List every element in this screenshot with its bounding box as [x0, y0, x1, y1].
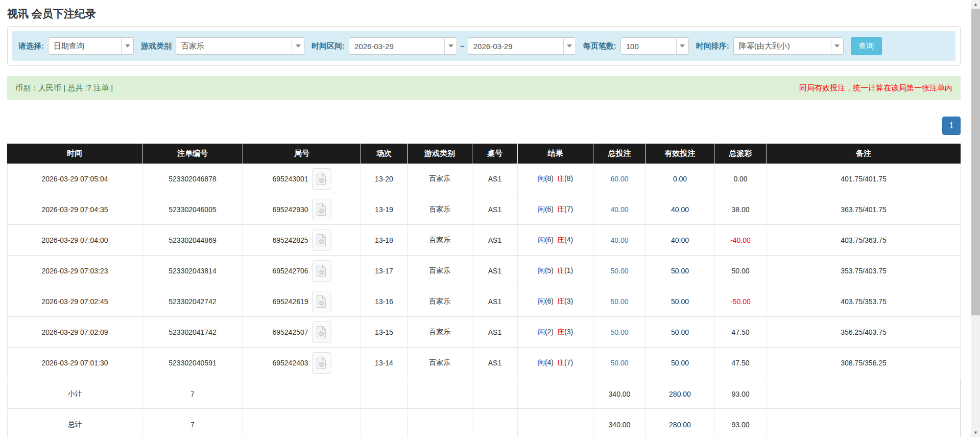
grand-total-payout: 93.00	[714, 409, 767, 437]
cell-result: 闲(4)庄(7)	[518, 348, 593, 378]
result-player-score: (5)	[545, 266, 554, 274]
video-replay-button[interactable]	[312, 229, 331, 251]
result-player: 闲	[538, 236, 545, 244]
subtotal-payout: 93.00	[714, 378, 767, 409]
cell-bet-id: 523302041742	[142, 317, 243, 348]
chevron-down-icon[interactable]	[121, 38, 133, 54]
result-banker-score: (4)	[564, 236, 573, 244]
select-type-combo[interactable]: 日期查询	[48, 37, 134, 55]
video-replay-button[interactable]	[312, 168, 331, 190]
total-bet-link[interactable]: 50.00	[610, 328, 628, 336]
vertical-scrollbar[interactable]: ▲ ▼	[971, 0, 980, 437]
cell-bet-id: 523302046005	[142, 194, 243, 225]
cell-total-bet: 50.00	[593, 348, 646, 378]
game-type-combo[interactable]: 百家乐	[176, 37, 304, 55]
page-size-value: 100	[621, 38, 676, 54]
total-bet-link[interactable]: 50.00	[610, 297, 628, 306]
sort-order-combo[interactable]: 降幂(由大到小)	[733, 37, 844, 55]
total-bet-link[interactable]: 60.00	[610, 175, 628, 183]
col-header-total-bet: 总投注	[593, 144, 646, 164]
round-id-text: 695243001	[272, 175, 308, 183]
result-player-score: (8)	[545, 174, 554, 182]
result-player: 闲	[538, 328, 545, 336]
filter-panel: 请选择: 日期查询 游戏类别 百家乐 时间区间: 2026-03-29 ~	[7, 26, 961, 66]
query-button[interactable]: 查询	[851, 37, 882, 55]
cell-payout: 0.00	[714, 164, 767, 194]
cell-bet-id: 523302046878	[142, 164, 243, 194]
subtotal-valid-bet: 280.00	[646, 378, 714, 409]
chevron-down-icon[interactable]	[292, 38, 304, 54]
cell-session: 13-16	[361, 286, 408, 317]
col-header-round-id: 局号	[243, 144, 361, 164]
page-size-label: 每页笔数:	[583, 41, 616, 51]
page-size-combo[interactable]: 100	[620, 37, 689, 55]
cell-valid-bet: 50.00	[646, 256, 714, 286]
cell-time: 2026-03-29 07:04:00	[7, 225, 142, 256]
validity-notice: 同局有效投注，统一计算在该局第一张注单内	[799, 83, 952, 93]
video-replay-button[interactable]	[312, 260, 331, 282]
chevron-down-icon[interactable]	[831, 38, 843, 54]
cell-result: 闲(6)庄(3)	[518, 286, 593, 317]
round-id-text: 695242619	[272, 297, 308, 306]
cell-remark: 403.75/363.75	[767, 225, 961, 256]
cell-session: 13-19	[361, 194, 408, 225]
video-file-icon	[316, 234, 327, 247]
result-player: 闲	[538, 205, 545, 213]
cell-result: 闲(8)庄(8)	[518, 164, 593, 194]
result-player-score: (6)	[545, 236, 554, 244]
currency-summary: 币别：人民币 | 总共 :7 注单 |	[15, 83, 113, 93]
grand-total-label: 总计	[7, 409, 142, 437]
cell-round-id: 695242507	[243, 317, 361, 348]
result-banker: 庄	[557, 174, 564, 182]
cell-valid-bet: 50.00	[646, 348, 714, 378]
video-replay-button[interactable]	[312, 199, 331, 220]
video-replay-button[interactable]	[312, 291, 331, 312]
cell-total-bet: 50.00	[593, 317, 646, 348]
page-title: 视讯 会员下注纪录	[7, 0, 961, 21]
chevron-down-icon[interactable]	[676, 38, 688, 54]
total-bet-link[interactable]: 50.00	[610, 267, 628, 275]
video-file-icon	[316, 203, 327, 216]
game-type-value: 百家乐	[176, 38, 292, 54]
summary-bar: 币别：人民币 | 总共 :7 注单 | 同局有效投注，统一计算在该局第一张注单内	[7, 76, 961, 100]
video-replay-button[interactable]	[312, 352, 331, 374]
filter-bar: 请选择: 日期查询 游戏类别 百家乐 时间区间: 2026-03-29 ~	[12, 31, 955, 61]
result-player: 闲	[538, 358, 545, 366]
scrollbar-up-button[interactable]: ▲	[971, 0, 980, 9]
scrollbar-thumb[interactable]	[971, 9, 980, 315]
date-to-input[interactable]: 2026-03-29	[468, 37, 576, 55]
page-button-1[interactable]: 1	[942, 117, 961, 135]
cell-game-type: 百家乐	[408, 256, 472, 286]
video-replay-button[interactable]	[312, 321, 331, 343]
cell-result: 闲(6)庄(7)	[518, 194, 593, 225]
round-id-text: 695242930	[272, 205, 308, 214]
total-bet-link[interactable]: 50.00	[610, 359, 628, 367]
total-bet-link[interactable]: 40.00	[610, 236, 628, 244]
cell-table-no: AS1	[472, 286, 518, 317]
col-header-time: 时间	[7, 144, 142, 164]
result-banker-score: (8)	[564, 174, 573, 182]
total-bet-link[interactable]: 40.00	[610, 205, 628, 214]
scroll-up-icon: ▲	[974, 2, 978, 7]
video-file-icon	[316, 356, 327, 370]
cell-remark: 403.75/353.75	[767, 286, 961, 317]
chevron-down-icon[interactable]	[563, 38, 576, 54]
cell-bet-id: 523302042742	[142, 286, 243, 317]
subtotal-row: 小计 7 340.00 280.00 93.00	[7, 378, 961, 409]
result-player: 闲	[538, 266, 545, 274]
cell-table-no: AS1	[472, 194, 518, 225]
result-banker: 庄	[557, 266, 564, 274]
bet-records-table: 时间 注单编号 局号 场次 游戏类别 桌号 结果 总投注 有效投注 总派彩 备注…	[7, 144, 961, 437]
subtotal-count: 7	[142, 378, 243, 409]
result-player-score: (2)	[545, 328, 554, 336]
col-header-payout: 总派彩	[714, 144, 767, 164]
cell-total-bet: 60.00	[593, 164, 646, 194]
cell-game-type: 百家乐	[408, 286, 472, 317]
table-header-row: 时间 注单编号 局号 场次 游戏类别 桌号 结果 总投注 有效投注 总派彩 备注	[7, 144, 961, 164]
chevron-down-icon[interactable]	[444, 38, 457, 54]
round-id-text: 695242403	[272, 359, 308, 367]
scrollbar-down-button[interactable]: ▼	[971, 428, 980, 437]
cell-total-bet: 50.00	[593, 286, 646, 317]
cell-valid-bet: 0.00	[646, 164, 714, 194]
date-from-input[interactable]: 2026-03-29	[349, 37, 457, 55]
